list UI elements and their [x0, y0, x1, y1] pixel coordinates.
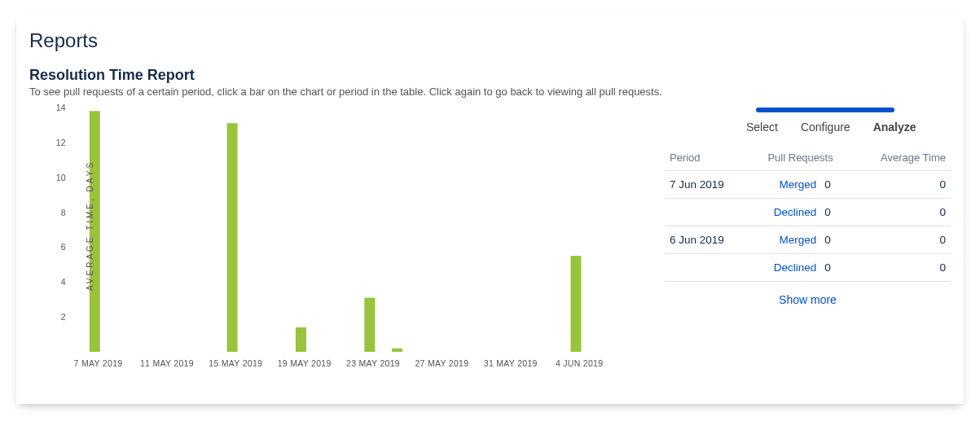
- show-more-link[interactable]: Show more: [665, 282, 951, 306]
- table-row[interactable]: Declined00: [665, 199, 951, 226]
- pr-status-cell: Declined: [752, 254, 816, 282]
- step-configure[interactable]: Configure: [801, 121, 850, 134]
- side-panel: Select Configure Analyze Period Pull Req…: [665, 108, 951, 384]
- content-row: AVERAGE TIME, DAYS 24681012147 MAY 20191…: [29, 108, 951, 384]
- x-tick-label: 11 MAY 2019: [140, 358, 194, 368]
- avg-time-cell: 0: [849, 171, 951, 199]
- chart-bar[interactable]: [570, 256, 581, 352]
- y-tick-label: 2: [61, 312, 66, 322]
- x-tick-label: 27 MAY 2019: [415, 358, 468, 368]
- x-tick-label: 31 MAY 2019: [484, 358, 538, 368]
- x-tick-label: 23 MAY 2019: [346, 358, 400, 368]
- chart-bar[interactable]: [364, 298, 375, 352]
- page-title: Reports: [29, 29, 951, 52]
- y-axis-label: AVERAGE TIME, DAYS: [86, 160, 94, 291]
- pr-status-link[interactable]: Declined: [774, 261, 817, 274]
- pr-count-cell: 0: [816, 199, 849, 226]
- pr-status-link[interactable]: Merged: [779, 234, 816, 246]
- chart-area: AVERAGE TIME, DAYS 24681012147 MAY 20191…: [29, 67, 632, 384]
- x-tick-label: 7 MAY 2019: [74, 358, 123, 368]
- chart-bar[interactable]: [296, 327, 306, 352]
- pr-count-cell: 0: [816, 171, 849, 199]
- avg-time-cell: 0: [849, 226, 951, 254]
- pr-status-link[interactable]: Merged: [779, 178, 816, 191]
- bar-chart[interactable]: 24681012147 MAY 201911 MAY 201915 MAY 20…: [29, 67, 632, 384]
- period-cell: [665, 199, 752, 226]
- step-analyze[interactable]: Analyze: [873, 121, 916, 134]
- pr-status-cell: Merged: [752, 171, 816, 199]
- y-tick-label: 14: [56, 103, 66, 112]
- y-tick-label: 8: [61, 208, 66, 217]
- table-row[interactable]: 6 Jun 2019Merged00: [665, 226, 951, 254]
- y-tick-label: 12: [56, 138, 66, 147]
- chart-bar[interactable]: [227, 123, 238, 352]
- pr-status-link[interactable]: Declined: [774, 206, 817, 218]
- period-cell: [665, 254, 752, 282]
- table-row[interactable]: Declined00: [665, 254, 951, 282]
- pr-status-cell: Declined: [752, 199, 816, 226]
- pr-status-cell: Merged: [752, 226, 816, 254]
- col-header-period: Period: [665, 145, 752, 171]
- x-tick-label: 19 MAY 2019: [278, 358, 332, 368]
- col-header-average-time: Average Time: [849, 145, 951, 171]
- y-tick-label: 6: [61, 242, 66, 252]
- col-header-pull-requests: Pull Requests: [752, 145, 849, 171]
- period-cell: 7 Jun 2019: [665, 171, 752, 199]
- x-tick-label: 4 JUN 2019: [556, 358, 603, 368]
- y-tick-label: 10: [56, 173, 66, 182]
- report-container: Reports Resolution Time Report To see pu…: [16, 16, 964, 404]
- avg-time-cell: 0: [849, 199, 951, 226]
- x-tick-label: 15 MAY 2019: [209, 358, 262, 368]
- progress-bar: [756, 108, 894, 112]
- avg-time-cell: 0: [849, 254, 951, 282]
- wizard-steps: Select Configure Analyze: [665, 121, 951, 134]
- period-cell: 6 Jun 2019: [665, 226, 752, 254]
- y-tick-label: 4: [61, 277, 66, 287]
- results-table: Period Pull Requests Average Time 7 Jun …: [665, 145, 951, 282]
- table-row[interactable]: 7 Jun 2019Merged00: [665, 171, 951, 199]
- step-select[interactable]: Select: [746, 121, 778, 134]
- chart-bar[interactable]: [392, 349, 402, 352]
- pr-count-cell: 0: [816, 226, 849, 254]
- pr-count-cell: 0: [816, 254, 849, 282]
